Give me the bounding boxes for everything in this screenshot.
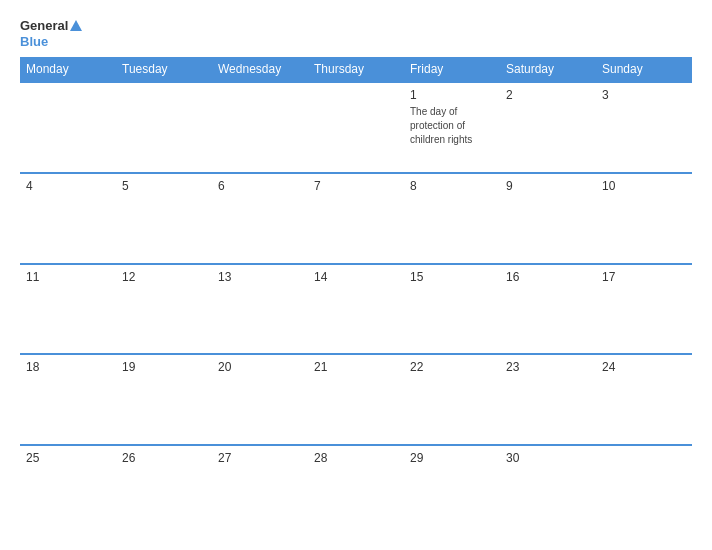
logo: General Blue (20, 18, 84, 49)
table-row: 4 (20, 173, 116, 264)
day-number: 3 (602, 88, 686, 102)
day-number: 12 (122, 270, 206, 284)
day-number: 26 (122, 451, 206, 465)
table-row: 5 (116, 173, 212, 264)
table-row: 15 (404, 264, 500, 355)
day-number: 16 (506, 270, 590, 284)
table-row (212, 82, 308, 173)
table-row: 1The day of protection of children right… (404, 82, 500, 173)
logo-general-text: General (20, 18, 68, 34)
day-number: 24 (602, 360, 686, 374)
day-number: 4 (26, 179, 110, 193)
table-row (308, 82, 404, 173)
calendar-week-row: 252627282930 (20, 445, 692, 536)
day-number: 18 (26, 360, 110, 374)
holiday-text: The day of protection of children rights (410, 106, 472, 145)
day-number: 19 (122, 360, 206, 374)
table-row: 7 (308, 173, 404, 264)
table-row: 10 (596, 173, 692, 264)
calendar-week-row: 11121314151617 (20, 264, 692, 355)
day-number: 20 (218, 360, 302, 374)
col-wednesday: Wednesday (212, 57, 308, 82)
table-row: 9 (500, 173, 596, 264)
table-row (20, 82, 116, 173)
table-row: 27 (212, 445, 308, 536)
table-row: 24 (596, 354, 692, 445)
col-saturday: Saturday (500, 57, 596, 82)
col-sunday: Sunday (596, 57, 692, 82)
day-number: 23 (506, 360, 590, 374)
day-number: 1 (410, 88, 494, 102)
table-row: 20 (212, 354, 308, 445)
col-monday: Monday (20, 57, 116, 82)
day-number: 14 (314, 270, 398, 284)
top-bar: General Blue (20, 18, 692, 49)
table-row: 2 (500, 82, 596, 173)
day-number: 27 (218, 451, 302, 465)
table-row: 14 (308, 264, 404, 355)
day-number: 13 (218, 270, 302, 284)
table-row (116, 82, 212, 173)
day-number: 21 (314, 360, 398, 374)
table-row: 17 (596, 264, 692, 355)
day-number: 7 (314, 179, 398, 193)
day-number: 15 (410, 270, 494, 284)
col-thursday: Thursday (308, 57, 404, 82)
calendar-week-row: 1The day of protection of children right… (20, 82, 692, 173)
day-number: 8 (410, 179, 494, 193)
day-number: 6 (218, 179, 302, 193)
table-row: 21 (308, 354, 404, 445)
day-number: 28 (314, 451, 398, 465)
day-number: 11 (26, 270, 110, 284)
day-number: 22 (410, 360, 494, 374)
table-row: 3 (596, 82, 692, 173)
table-row: 23 (500, 354, 596, 445)
day-number: 2 (506, 88, 590, 102)
day-number: 17 (602, 270, 686, 284)
table-row: 28 (308, 445, 404, 536)
table-row: 6 (212, 173, 308, 264)
day-number: 29 (410, 451, 494, 465)
table-row: 25 (20, 445, 116, 536)
table-row: 18 (20, 354, 116, 445)
calendar-week-row: 18192021222324 (20, 354, 692, 445)
table-row: 11 (20, 264, 116, 355)
day-number: 10 (602, 179, 686, 193)
table-row: 12 (116, 264, 212, 355)
day-number: 30 (506, 451, 590, 465)
day-number: 5 (122, 179, 206, 193)
col-tuesday: Tuesday (116, 57, 212, 82)
table-row: 30 (500, 445, 596, 536)
table-row: 8 (404, 173, 500, 264)
table-row: 22 (404, 354, 500, 445)
table-row (596, 445, 692, 536)
logo-triangle-icon (70, 20, 82, 31)
table-row: 29 (404, 445, 500, 536)
table-row: 13 (212, 264, 308, 355)
calendar-table: Monday Tuesday Wednesday Thursday Friday… (20, 57, 692, 536)
table-row: 19 (116, 354, 212, 445)
logo-blue-text: Blue (20, 34, 84, 50)
calendar-header-row: Monday Tuesday Wednesday Thursday Friday… (20, 57, 692, 82)
calendar-week-row: 45678910 (20, 173, 692, 264)
table-row: 26 (116, 445, 212, 536)
day-number: 25 (26, 451, 110, 465)
calendar-page: General Blue Monday Tuesday Wednesday Th… (0, 0, 712, 550)
day-number: 9 (506, 179, 590, 193)
col-friday: Friday (404, 57, 500, 82)
table-row: 16 (500, 264, 596, 355)
